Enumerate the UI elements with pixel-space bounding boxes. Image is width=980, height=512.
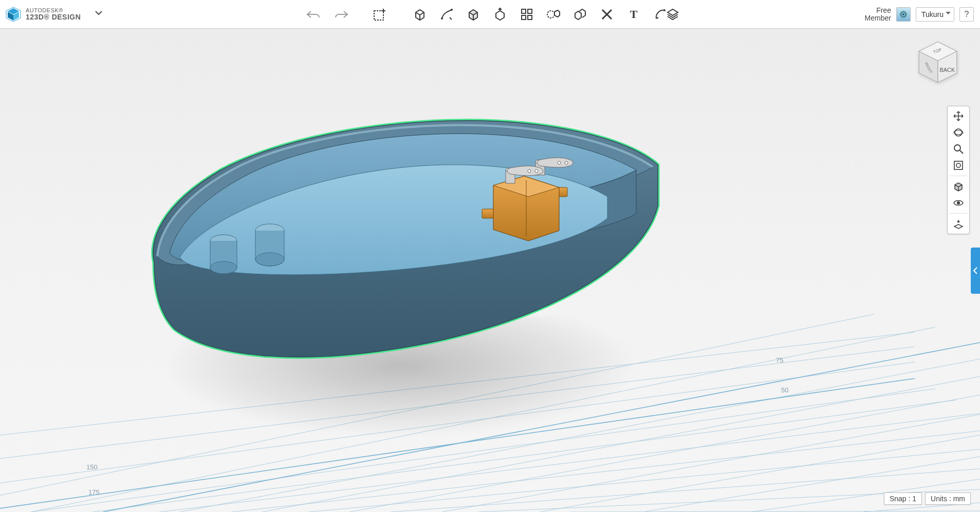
boat-model[interactable]	[139, 103, 694, 391]
construct-button[interactable]	[464, 5, 483, 24]
svg-rect-4	[374, 11, 383, 20]
grid-tick: 75	[776, 356, 783, 364]
svg-point-8	[451, 9, 453, 11]
units-status[interactable]: Units : mm	[925, 492, 971, 505]
post-right	[255, 224, 284, 266]
top-toolbar: AUTODESK® 123D® DESIGN	[0, 0, 980, 29]
help-label: ?	[965, 10, 969, 19]
svg-line-68	[960, 150, 963, 154]
navigation-toolbar	[947, 106, 970, 234]
redo-button[interactable]	[332, 5, 352, 24]
insert-button[interactable]	[370, 5, 390, 24]
grid-tick: 175	[88, 488, 100, 496]
view-cube[interactable]: TOP RIGHT BACK	[914, 39, 961, 86]
membership-label: Free Member	[865, 7, 891, 22]
visibility-button[interactable]	[950, 195, 967, 211]
materials-group	[663, 0, 682, 29]
toggles-button[interactable]	[950, 216, 967, 232]
viewport-canvas[interactable]: 150 175 50 75	[0, 29, 980, 512]
text-button[interactable]: T	[624, 5, 643, 24]
app-logo-block[interactable]: AUTODESK® 123D® DESIGN	[0, 5, 103, 24]
grid-tick: 150	[86, 463, 98, 471]
svg-point-13	[547, 11, 554, 18]
snap-value: 1	[912, 495, 916, 503]
app-logo-icon	[4, 5, 23, 24]
zoom-button[interactable]	[950, 141, 967, 157]
insert-group	[370, 0, 390, 29]
help-button[interactable]: ?	[959, 7, 974, 22]
separator	[950, 213, 967, 214]
adjust-button[interactable]	[597, 5, 617, 24]
modify-button[interactable]	[490, 5, 510, 24]
viewcube-face-label: BACK	[939, 67, 955, 73]
pattern-button[interactable]	[517, 5, 537, 24]
svg-rect-11	[522, 15, 526, 20]
side-panel-expand[interactable]	[971, 248, 980, 294]
undo-redo-group	[303, 0, 352, 29]
units-value: mm	[953, 495, 965, 503]
primitives-button[interactable]	[410, 5, 430, 24]
combine-button[interactable]	[570, 5, 590, 24]
display-mode-button[interactable]	[950, 179, 967, 194]
svg-point-67	[954, 145, 960, 151]
svg-point-7	[441, 17, 443, 20]
status-bar: Snap : 1 Units : mm	[884, 492, 971, 505]
app-title: AUTODESK® 123D® DESIGN	[26, 8, 81, 21]
grid-tick: 50	[781, 386, 788, 394]
sketch-button[interactable]	[437, 5, 456, 24]
membership-line1: Free	[865, 7, 891, 14]
svg-point-61	[565, 161, 568, 164]
svg-point-60	[558, 161, 561, 164]
separator	[950, 176, 967, 176]
snap-label: Snap :	[890, 495, 910, 503]
svg-rect-9	[522, 9, 526, 13]
main-menu-dropdown[interactable]	[94, 8, 103, 20]
post-left	[210, 235, 237, 274]
user-dropdown[interactable]: Tukuru	[916, 7, 954, 22]
materials-button[interactable]	[663, 5, 682, 24]
svg-point-59	[535, 169, 538, 173]
svg-point-65	[955, 129, 962, 136]
orbit-button[interactable]	[950, 125, 967, 140]
username-label: Tukuru	[921, 10, 944, 18]
svg-point-71	[957, 201, 960, 204]
grouping-button[interactable]	[544, 5, 563, 24]
svg-text:T: T	[630, 8, 638, 21]
app-name-label: 123D® DESIGN	[26, 13, 81, 21]
account-block: Free Member Tukuru ?	[865, 0, 974, 29]
pan-button[interactable]	[950, 108, 967, 124]
units-label: Units :	[931, 495, 951, 503]
undo-button[interactable]	[303, 5, 323, 24]
snap-status[interactable]: Snap : 1	[884, 492, 922, 505]
svg-point-58	[528, 169, 531, 173]
user-avatar-icon[interactable]	[896, 7, 911, 22]
main-tools-group: T	[410, 0, 670, 29]
svg-rect-69	[954, 161, 963, 169]
fit-button[interactable]	[950, 158, 967, 173]
svg-point-70	[956, 163, 960, 167]
membership-line2: Member	[865, 14, 891, 22]
svg-rect-10	[528, 9, 532, 13]
svg-point-18	[902, 13, 904, 15]
svg-rect-12	[528, 15, 532, 20]
